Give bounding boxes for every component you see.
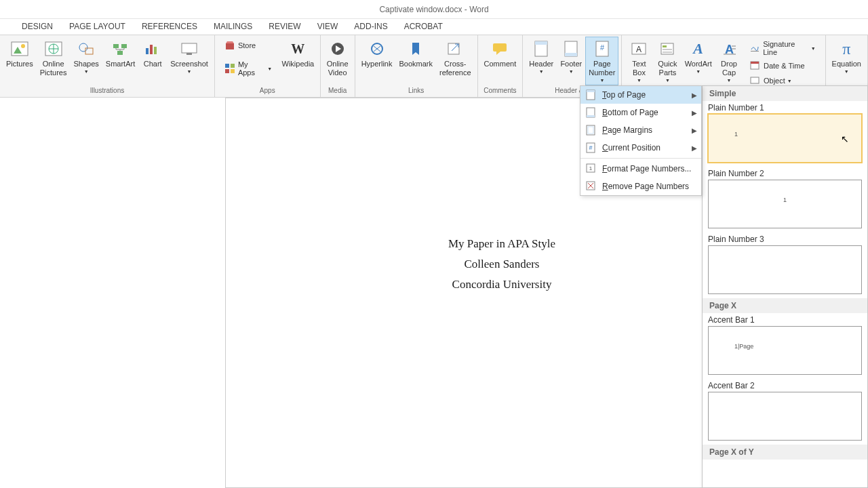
group-apps: Store My Apps ▼ W Wikipedia Apps xyxy=(215,35,321,97)
signature-line-button[interactable]: Signature Line ▼ xyxy=(746,38,820,58)
page-number-button[interactable]: # Page Number ▼ xyxy=(585,37,618,85)
wikipedia-icon: W xyxy=(288,39,307,58)
gallery-category-pagexofy: Page X of Y xyxy=(703,445,867,460)
group-comments: Comment Comments xyxy=(478,35,524,97)
submenu-arrow-icon: ▶ xyxy=(692,92,697,99)
gallery-accent2-thumb[interactable] xyxy=(708,392,862,441)
chevron-down-icon: ▼ xyxy=(844,69,849,74)
screenshot-button[interactable]: Screenshot ▼ xyxy=(167,37,212,77)
text-box-icon: A xyxy=(629,39,648,58)
chart-label: Chart xyxy=(144,60,162,68)
menu-format-label: Format Page Numbers... xyxy=(602,164,691,174)
text-box-label: Text Box xyxy=(632,60,646,77)
wordart-button[interactable]: A WordArt ▼ xyxy=(682,37,715,77)
tab-mailings[interactable]: MAILINGS xyxy=(205,19,260,35)
wikipedia-label: Wikipedia xyxy=(282,60,315,68)
sample-text: 1|Page xyxy=(734,343,753,350)
svg-rect-18 xyxy=(225,69,229,73)
svg-rect-36 xyxy=(663,49,672,50)
bookmark-label: Bookmark xyxy=(399,60,433,68)
gallery-plain2-thumb[interactable]: 1 xyxy=(708,180,862,228)
doc-line-2: Colleen Sanders xyxy=(226,254,778,274)
svg-text:#: # xyxy=(600,43,605,52)
footer-button[interactable]: Footer ▼ xyxy=(557,37,585,77)
cross-reference-button[interactable]: Cross- reference xyxy=(436,37,474,80)
svg-rect-9 xyxy=(117,51,123,55)
hyperlink-icon xyxy=(368,39,387,58)
tab-review[interactable]: REVIEW xyxy=(260,19,309,35)
drop-cap-label: Drop Cap xyxy=(721,60,737,77)
svg-rect-6 xyxy=(85,48,93,54)
tab-page-layout[interactable]: PAGE LAYOUT xyxy=(61,19,134,35)
chevron-down-icon: ▼ xyxy=(696,69,701,74)
menu-top-of-page[interactable]: TTop of Pageop of Page ▶ xyxy=(580,86,701,104)
menu-format-page-numbers[interactable]: 1 Format Page Numbers... xyxy=(580,160,701,178)
chevron-down-icon: ▼ xyxy=(84,69,89,74)
gallery-plain3-thumb[interactable] xyxy=(708,245,862,294)
chart-button[interactable]: Chart xyxy=(138,37,167,71)
svg-point-5 xyxy=(79,43,87,52)
header-label: Header xyxy=(529,60,553,68)
myapps-button[interactable]: My Apps ▼ xyxy=(220,58,276,79)
comment-label: Comment xyxy=(484,60,517,68)
quick-parts-button[interactable]: Quick Parts ▼ xyxy=(653,37,682,85)
menu-remove-label: Remove Page Numbers xyxy=(602,182,689,191)
group-illustrations: Pictures Online Pictures Shapes ▼ SmartA… xyxy=(0,35,215,97)
date-time-label: Date & Time xyxy=(764,62,805,70)
chevron-down-icon: ▼ xyxy=(569,69,574,74)
gallery-accent1-thumb[interactable]: 1|Page xyxy=(708,326,862,375)
comment-button[interactable]: Comment xyxy=(481,37,520,71)
menu-page-margins[interactable]: Page Margins ▶ xyxy=(580,121,701,139)
footer-label: Footer xyxy=(560,60,582,68)
gallery-accent1-label: Accent Bar 1 xyxy=(703,313,867,326)
menu-bottom-of-page[interactable]: Bottom of Page ▶ xyxy=(580,104,701,121)
shapes-label: Shapes xyxy=(74,60,99,68)
online-pictures-button[interactable]: Online Pictures xyxy=(37,37,71,80)
wikipedia-button[interactable]: W Wikipedia xyxy=(279,37,317,71)
online-video-button[interactable]: Online Video xyxy=(323,37,352,80)
tab-acrobat[interactable]: ACROBAT xyxy=(396,19,451,35)
svg-rect-10 xyxy=(146,48,149,54)
svg-rect-37 xyxy=(663,52,672,53)
group-apps-label: Apps xyxy=(215,85,320,97)
smartart-button[interactable]: SmartArt xyxy=(102,37,138,71)
tab-view[interactable]: VIEW xyxy=(309,19,347,35)
chevron-down-icon: ▼ xyxy=(187,69,192,74)
gallery-category-pagex: Page X xyxy=(703,298,867,313)
svg-text:#: # xyxy=(589,144,592,151)
pictures-button[interactable]: Pictures xyxy=(3,37,37,71)
bookmark-button[interactable]: Bookmark xyxy=(396,37,437,71)
svg-rect-42 xyxy=(751,51,759,52)
svg-rect-16 xyxy=(225,64,229,68)
menu-top-label: TTop of Pageop of Page xyxy=(602,90,646,100)
svg-rect-14 xyxy=(186,53,192,55)
drop-cap-icon: A xyxy=(719,39,738,58)
tab-addins[interactable]: ADD-INS xyxy=(346,19,395,35)
date-time-button[interactable]: Date & Time xyxy=(746,58,820,73)
equation-icon: π xyxy=(837,39,856,58)
group-comments-label: Comments xyxy=(478,85,523,97)
submenu-arrow-icon: ▶ xyxy=(692,109,697,117)
gallery-plain1-thumb[interactable]: 1 ↖ xyxy=(708,114,862,163)
tab-references[interactable]: REFERENCES xyxy=(134,19,205,35)
menu-bottom-label: Bottom of Page xyxy=(602,108,658,117)
online-pictures-label: Online Pictures xyxy=(40,60,67,77)
drop-cap-button[interactable]: A Drop Cap ▼ xyxy=(715,37,743,85)
hyperlink-button[interactable]: Hyperlink xyxy=(358,37,396,71)
footer-icon xyxy=(561,39,580,58)
text-box-button[interactable]: A Text Box ▼ xyxy=(625,37,653,85)
store-button[interactable]: Store xyxy=(220,38,276,53)
equation-button[interactable]: π Equation ▼ xyxy=(829,37,865,77)
menu-current-position[interactable]: # Current Position ▶ xyxy=(580,139,701,157)
bookmark-icon xyxy=(406,39,425,58)
sample-number: 1 xyxy=(783,197,787,203)
svg-rect-11 xyxy=(150,45,153,54)
shapes-button[interactable]: Shapes ▼ xyxy=(71,37,102,77)
group-media: Online Video Media xyxy=(321,35,355,97)
menu-remove-page-numbers[interactable]: Remove Page Numbers xyxy=(580,178,701,195)
tab-design[interactable]: DESIGN xyxy=(14,19,61,35)
svg-rect-40 xyxy=(732,48,736,49)
gallery-plain3-label: Plain Number 3 xyxy=(703,232,867,245)
header-icon xyxy=(532,39,551,58)
header-button[interactable]: Header ▼ xyxy=(526,37,557,77)
